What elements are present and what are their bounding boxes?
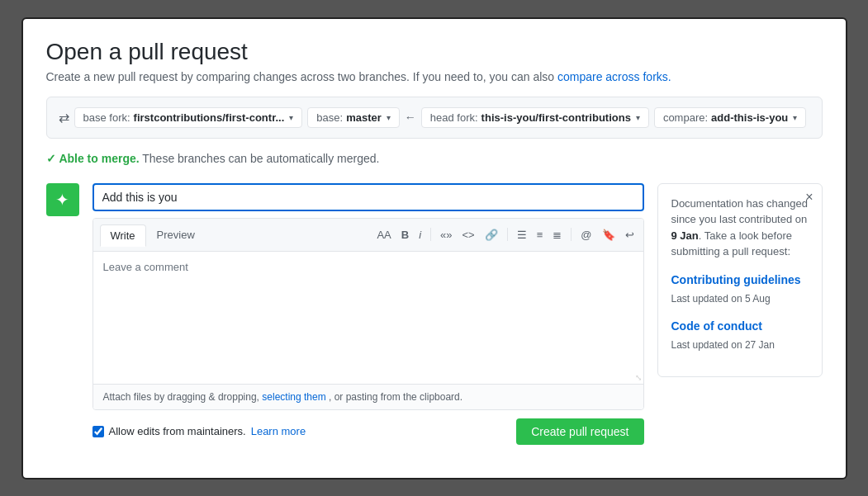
heading-icon[interactable]: AA bbox=[374, 227, 393, 243]
bottom-bar: Allow edits from maintainers. Learn more… bbox=[92, 418, 644, 445]
code-icon[interactable]: <> bbox=[460, 227, 477, 243]
refresh-icon[interactable]: ⇄ bbox=[59, 110, 69, 125]
close-icon[interactable]: × bbox=[805, 191, 813, 204]
contributing-meta: Last updated on 5 Aug bbox=[671, 293, 771, 305]
puzzle-icon: ✦ bbox=[55, 190, 69, 210]
link-icon[interactable]: 🔗 bbox=[482, 227, 500, 243]
sidebar-description: Documentation has changed since you last… bbox=[671, 196, 809, 260]
page-title: Open a pull request bbox=[46, 39, 823, 65]
editor-footer: Attach files by dragging & dropping, sel… bbox=[93, 384, 643, 409]
sidebar-card: × Documentation has changed since you la… bbox=[657, 183, 823, 377]
base-fork-dropdown[interactable]: base fork: firstcontributions/first-cont… bbox=[74, 107, 303, 128]
selecting-files-link[interactable]: selecting them bbox=[262, 391, 325, 403]
resize-handle[interactable]: ⤡ bbox=[635, 373, 642, 382]
code-of-conduct-link[interactable]: Code of conduct bbox=[671, 318, 809, 335]
compare-forks-link[interactable]: compare across forks. bbox=[557, 70, 671, 83]
editor-tabs-toolbar: Write Preview AA B i «» <> 🔗 ☰ ≡ bbox=[93, 219, 643, 252]
main-window: Open a pull request Create a new pull re… bbox=[21, 17, 847, 479]
merge-status: ✓ Able to merge. These branches can be a… bbox=[46, 147, 823, 173]
comment-placeholder: Leave a comment bbox=[103, 261, 188, 273]
sidebar-link-contributing: Contributing guidelines Last updated on … bbox=[671, 272, 809, 307]
separator-3 bbox=[571, 228, 572, 241]
conduct-meta: Last updated on 27 Jan bbox=[671, 339, 775, 351]
task-list-icon[interactable]: ≣ bbox=[550, 227, 564, 243]
ol-list-icon[interactable]: ≡ bbox=[534, 227, 546, 243]
caret-icon: ▾ bbox=[387, 113, 391, 122]
italic-icon[interactable]: i bbox=[416, 227, 424, 243]
editor-tabs: Write Preview bbox=[100, 224, 206, 246]
bold-icon[interactable]: B bbox=[399, 227, 411, 243]
allow-edits-label: Allow edits from maintainers. Learn more bbox=[92, 425, 306, 437]
toolbar-icons: AA B i «» <> 🔗 ☰ ≡ ≣ @ 🔖 ↩ bbox=[374, 227, 636, 243]
bookmark-icon[interactable]: 🔖 bbox=[600, 227, 618, 243]
main-content: ✦ Write Preview AA B i «» bbox=[46, 183, 823, 445]
ul-list-icon[interactable]: ☰ bbox=[515, 227, 529, 243]
learn-more-link[interactable]: Learn more bbox=[251, 425, 306, 437]
editor-container: Write Preview AA B i «» <> 🔗 ☰ ≡ bbox=[92, 218, 644, 410]
avatar: ✦ bbox=[46, 183, 79, 216]
tab-write[interactable]: Write bbox=[100, 224, 146, 247]
separator-1 bbox=[430, 228, 431, 241]
page-subtitle: Create a new pull request by comparing c… bbox=[46, 70, 823, 83]
mention-icon[interactable]: @ bbox=[578, 227, 594, 243]
contributing-guidelines-link[interactable]: Contributing guidelines bbox=[671, 272, 809, 289]
separator-2 bbox=[507, 228, 508, 241]
avatar-col: ✦ bbox=[46, 183, 79, 445]
comment-area[interactable]: Leave a comment ⤡ bbox=[93, 252, 643, 384]
tab-preview[interactable]: Preview bbox=[146, 224, 206, 246]
create-pull-request-button[interactable]: Create pull request bbox=[516, 418, 643, 445]
quote-icon[interactable]: «» bbox=[438, 227, 454, 243]
branch-bar: ⇄ base fork: firstcontributions/first-co… bbox=[46, 97, 823, 139]
head-fork-dropdown[interactable]: head fork: this-is-you/first-contributio… bbox=[421, 107, 649, 128]
arrow-left-icon: ← bbox=[405, 111, 416, 124]
pr-form: Write Preview AA B i «» <> 🔗 ☰ ≡ bbox=[92, 183, 644, 445]
sidebar-link-conduct: Code of conduct Last updated on 27 Jan bbox=[671, 318, 809, 353]
pr-title-input[interactable] bbox=[92, 183, 644, 211]
compare-dropdown[interactable]: compare: add-this-is-you ▾ bbox=[654, 107, 806, 128]
reply-icon[interactable]: ↩ bbox=[623, 227, 637, 243]
base-dropdown[interactable]: base: master ▾ bbox=[307, 107, 399, 128]
allow-edits-checkbox[interactable] bbox=[92, 426, 104, 437]
caret-icon: ▾ bbox=[636, 113, 640, 122]
caret-icon: ▾ bbox=[793, 113, 797, 122]
caret-icon: ▾ bbox=[289, 113, 293, 122]
